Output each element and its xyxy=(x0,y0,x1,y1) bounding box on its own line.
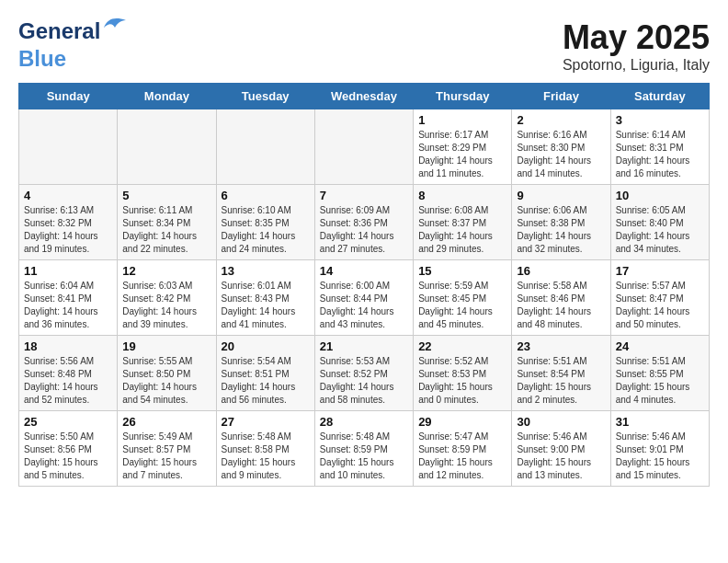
day-info: Sunrise: 6:16 AM Sunset: 8:30 PM Dayligh… xyxy=(517,129,605,180)
day-info: Sunrise: 6:01 AM Sunset: 8:43 PM Dayligh… xyxy=(222,280,310,331)
calendar-cell xyxy=(118,109,216,185)
calendar-cell: 6Sunrise: 6:10 AM Sunset: 8:35 PM Daylig… xyxy=(216,185,314,260)
calendar-cell: 5Sunrise: 6:11 AM Sunset: 8:34 PM Daylig… xyxy=(118,185,216,260)
calendar-cell xyxy=(19,109,118,185)
calendar-cell: 28Sunrise: 5:48 AM Sunset: 8:59 PM Dayli… xyxy=(314,411,413,487)
calendar-cell: 14Sunrise: 6:00 AM Sunset: 8:44 PM Dayli… xyxy=(314,260,413,336)
day-info: Sunrise: 5:55 AM Sunset: 8:50 PM Dayligh… xyxy=(122,355,210,407)
day-info: Sunrise: 5:49 AM Sunset: 8:57 PM Dayligh… xyxy=(122,431,210,482)
calendar-cell: 24Sunrise: 5:51 AM Sunset: 8:55 PM Dayli… xyxy=(610,336,709,411)
day-info: Sunrise: 6:09 AM Sunset: 8:36 PM Dayligh… xyxy=(320,204,408,256)
calendar-week-row: 18Sunrise: 5:56 AM Sunset: 8:48 PM Dayli… xyxy=(19,336,710,411)
day-number: 20 xyxy=(222,339,310,353)
day-info: Sunrise: 5:54 AM Sunset: 8:51 PM Dayligh… xyxy=(222,355,310,407)
day-number: 3 xyxy=(616,113,704,127)
day-info: Sunrise: 5:56 AM Sunset: 8:48 PM Dayligh… xyxy=(24,355,112,407)
calendar-cell: 26Sunrise: 5:49 AM Sunset: 8:57 PM Dayli… xyxy=(118,411,216,487)
day-info: Sunrise: 6:06 AM Sunset: 8:38 PM Dayligh… xyxy=(517,204,605,256)
calendar-week-row: 25Sunrise: 5:50 AM Sunset: 8:56 PM Dayli… xyxy=(19,411,710,487)
day-number: 5 xyxy=(122,189,210,202)
day-number: 22 xyxy=(418,339,506,353)
calendar-cell: 31Sunrise: 5:46 AM Sunset: 9:01 PM Dayli… xyxy=(610,411,709,487)
day-info: Sunrise: 5:48 AM Sunset: 8:59 PM Dayligh… xyxy=(320,431,408,482)
day-header-tuesday: Tuesday xyxy=(216,84,314,109)
calendar-cell: 4Sunrise: 6:13 AM Sunset: 8:32 PM Daylig… xyxy=(19,185,118,260)
calendar-week-row: 4Sunrise: 6:13 AM Sunset: 8:32 PM Daylig… xyxy=(19,185,710,260)
calendar-cell xyxy=(216,109,314,185)
day-number: 19 xyxy=(122,339,210,353)
day-header-wednesday: Wednesday xyxy=(314,84,413,109)
day-number: 30 xyxy=(517,415,605,429)
day-number: 10 xyxy=(616,189,704,202)
day-number: 24 xyxy=(616,339,704,353)
day-number: 21 xyxy=(320,339,408,353)
day-info: Sunrise: 5:58 AM Sunset: 8:46 PM Dayligh… xyxy=(517,280,605,331)
day-info: Sunrise: 6:03 AM Sunset: 8:42 PM Dayligh… xyxy=(122,280,210,331)
calendar-cell: 3Sunrise: 6:14 AM Sunset: 8:31 PM Daylig… xyxy=(610,109,709,185)
day-info: Sunrise: 5:51 AM Sunset: 8:55 PM Dayligh… xyxy=(616,355,704,407)
calendar-header-row: SundayMondayTuesdayWednesdayThursdayFrid… xyxy=(19,84,710,109)
calendar-cell: 19Sunrise: 5:55 AM Sunset: 8:50 PM Dayli… xyxy=(118,336,216,411)
day-info: Sunrise: 6:00 AM Sunset: 8:44 PM Dayligh… xyxy=(320,280,408,331)
day-number: 29 xyxy=(418,415,506,429)
calendar-cell: 9Sunrise: 6:06 AM Sunset: 8:38 PM Daylig… xyxy=(512,185,610,260)
day-info: Sunrise: 6:10 AM Sunset: 8:35 PM Dayligh… xyxy=(222,204,310,256)
day-info: Sunrise: 5:52 AM Sunset: 8:53 PM Dayligh… xyxy=(418,355,506,407)
day-number: 27 xyxy=(222,415,310,429)
day-info: Sunrise: 6:14 AM Sunset: 8:31 PM Dayligh… xyxy=(616,129,704,180)
day-number: 14 xyxy=(320,264,408,278)
calendar-cell: 16Sunrise: 5:58 AM Sunset: 8:46 PM Dayli… xyxy=(512,260,610,336)
calendar-cell: 29Sunrise: 5:47 AM Sunset: 8:59 PM Dayli… xyxy=(414,411,512,487)
calendar-cell: 15Sunrise: 5:59 AM Sunset: 8:45 PM Dayli… xyxy=(414,260,512,336)
day-info: Sunrise: 5:51 AM Sunset: 8:54 PM Dayligh… xyxy=(517,355,605,407)
calendar-cell: 7Sunrise: 6:09 AM Sunset: 8:36 PM Daylig… xyxy=(314,185,413,260)
day-number: 15 xyxy=(418,264,506,278)
day-info: Sunrise: 6:08 AM Sunset: 8:37 PM Dayligh… xyxy=(418,204,506,256)
calendar-subtitle: Spotorno, Liguria, Italy xyxy=(563,57,710,74)
day-info: Sunrise: 5:46 AM Sunset: 9:00 PM Dayligh… xyxy=(517,431,605,482)
calendar-cell: 25Sunrise: 5:50 AM Sunset: 8:56 PM Dayli… xyxy=(19,411,118,487)
day-number: 28 xyxy=(320,415,408,429)
calendar-cell: 1Sunrise: 6:17 AM Sunset: 8:29 PM Daylig… xyxy=(414,109,512,185)
day-info: Sunrise: 5:47 AM Sunset: 8:59 PM Dayligh… xyxy=(418,431,506,482)
day-info: Sunrise: 5:50 AM Sunset: 8:56 PM Dayligh… xyxy=(24,431,112,482)
day-number: 11 xyxy=(24,264,112,278)
day-header-saturday: Saturday xyxy=(610,84,709,109)
calendar-cell: 21Sunrise: 5:53 AM Sunset: 8:52 PM Dayli… xyxy=(314,336,413,411)
logo: General Blue xyxy=(18,18,100,72)
day-header-thursday: Thursday xyxy=(414,84,512,109)
day-header-sunday: Sunday xyxy=(19,84,118,109)
calendar-cell: 30Sunrise: 5:46 AM Sunset: 9:00 PM Dayli… xyxy=(512,411,610,487)
calendar-cell: 8Sunrise: 6:08 AM Sunset: 8:37 PM Daylig… xyxy=(414,185,512,260)
day-number: 1 xyxy=(418,113,506,127)
calendar-cell: 2Sunrise: 6:16 AM Sunset: 8:30 PM Daylig… xyxy=(512,109,610,185)
day-number: 6 xyxy=(222,189,310,202)
day-info: Sunrise: 6:17 AM Sunset: 8:29 PM Dayligh… xyxy=(418,129,506,180)
day-number: 8 xyxy=(418,189,506,202)
calendar-week-row: 1Sunrise: 6:17 AM Sunset: 8:29 PM Daylig… xyxy=(19,109,710,185)
day-header-monday: Monday xyxy=(118,84,216,109)
day-info: Sunrise: 5:59 AM Sunset: 8:45 PM Dayligh… xyxy=(418,280,506,331)
day-number: 16 xyxy=(517,264,605,278)
day-number: 31 xyxy=(616,415,704,429)
day-info: Sunrise: 5:46 AM Sunset: 9:01 PM Dayligh… xyxy=(616,431,704,482)
calendar-cell: 22Sunrise: 5:52 AM Sunset: 8:53 PM Dayli… xyxy=(414,336,512,411)
day-info: Sunrise: 6:13 AM Sunset: 8:32 PM Dayligh… xyxy=(24,204,112,256)
day-info: Sunrise: 6:04 AM Sunset: 8:41 PM Dayligh… xyxy=(24,280,112,331)
day-number: 17 xyxy=(616,264,704,278)
logo-blue: Blue xyxy=(18,46,66,71)
calendar-cell: 23Sunrise: 5:51 AM Sunset: 8:54 PM Dayli… xyxy=(512,336,610,411)
day-number: 26 xyxy=(122,415,210,429)
logo-bird-icon xyxy=(102,15,128,31)
calendar-title: May 2025 xyxy=(563,18,710,57)
calendar-cell: 27Sunrise: 5:48 AM Sunset: 8:58 PM Dayli… xyxy=(216,411,314,487)
day-number: 13 xyxy=(222,264,310,278)
day-info: Sunrise: 5:48 AM Sunset: 8:58 PM Dayligh… xyxy=(222,431,310,482)
day-number: 7 xyxy=(320,189,408,202)
calendar-week-row: 11Sunrise: 6:04 AM Sunset: 8:41 PM Dayli… xyxy=(19,260,710,336)
day-info: Sunrise: 6:11 AM Sunset: 8:34 PM Dayligh… xyxy=(122,204,210,256)
page-header: General Blue May 2025 Spotorno, Liguria,… xyxy=(18,18,710,74)
day-number: 9 xyxy=(517,189,605,202)
title-area: May 2025 Spotorno, Liguria, Italy xyxy=(563,18,710,74)
day-number: 18 xyxy=(24,339,112,353)
